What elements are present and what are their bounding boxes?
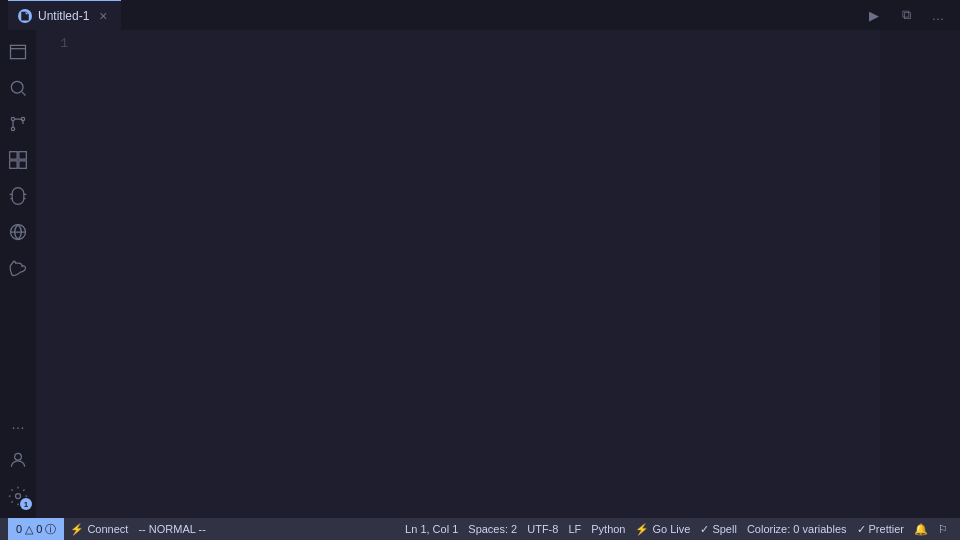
bell-icon: 🔔 (914, 523, 928, 536)
more-actions-button[interactable]: … (924, 4, 952, 26)
language-text: Python (591, 523, 625, 535)
eol-text: LF (568, 523, 581, 535)
status-left: 0 △ 0 ⓘ ⚡ Connect -- NORMAL -- (8, 518, 210, 540)
prettier-text: Prettier (869, 523, 904, 535)
svg-point-10 (16, 494, 21, 499)
activity-source-control[interactable] (0, 106, 36, 142)
spell-check-icon: ✓ (700, 523, 709, 536)
status-vim-mode[interactable]: -- NORMAL -- (134, 518, 209, 540)
svg-rect-7 (19, 161, 27, 169)
status-colorize[interactable]: Colorize: 0 variables (743, 518, 851, 540)
git-status: 0 △ 0 ⓘ (16, 522, 56, 537)
settings-badge: 1 (20, 498, 32, 510)
svg-rect-5 (19, 152, 27, 160)
encoding-text: UTF-8 (527, 523, 558, 535)
activity-more[interactable]: … (0, 406, 36, 442)
status-spaces[interactable]: Spaces: 2 (464, 518, 521, 540)
vim-mode-text: -- NORMAL -- (138, 523, 205, 535)
tab-label: Untitled-1 (38, 9, 89, 23)
status-position[interactable]: Ln 1, Col 1 (401, 518, 462, 540)
tab-file-icon (18, 9, 32, 23)
position-text: Ln 1, Col 1 (405, 523, 458, 535)
status-encoding[interactable]: UTF-8 (523, 518, 562, 540)
svg-rect-6 (10, 161, 18, 169)
activity-accounts[interactable] (0, 442, 36, 478)
colorize-text: Colorize: 0 variables (747, 523, 847, 535)
activity-debug[interactable] (0, 178, 36, 214)
status-prettier[interactable]: ✓ Prettier (853, 518, 908, 540)
line-number-1: 1 (36, 34, 68, 54)
status-bell[interactable]: 🔔 (910, 518, 932, 540)
notification-icon: ⚐ (938, 523, 948, 536)
run-button[interactable]: ▶ (860, 4, 888, 26)
title-bar-actions: ▶ ⧉ … (860, 4, 952, 26)
activity-bar: … 1 (0, 30, 36, 518)
activity-search[interactable] (0, 70, 36, 106)
spell-text: Spell (712, 523, 736, 535)
status-notifications[interactable]: ⚐ (934, 518, 952, 540)
editor-code[interactable] (76, 30, 880, 518)
tab-close-button[interactable]: × (95, 8, 111, 24)
activity-explorer[interactable] (0, 34, 36, 70)
prettier-check-icon: ✓ (857, 523, 866, 536)
split-editor-button[interactable]: ⧉ (892, 4, 920, 26)
status-spell[interactable]: ✓ Spell (696, 518, 740, 540)
go-live-text: Go Live (652, 523, 690, 535)
spaces-text: Spaces: 2 (468, 523, 517, 535)
status-language[interactable]: Python (587, 518, 629, 540)
connect-label: ⚡ (70, 523, 84, 536)
activity-remote[interactable] (0, 214, 36, 250)
editor-content: 1 (36, 30, 960, 518)
status-eol[interactable]: LF (564, 518, 585, 540)
svg-point-2 (11, 127, 14, 130)
activity-settings[interactable]: 1 (0, 478, 36, 514)
status-right: Ln 1, Col 1 Spaces: 2 UTF-8 LF Python ⚡ … (401, 518, 952, 540)
line-numbers: 1 (36, 30, 76, 518)
status-connect[interactable]: ⚡ Connect (66, 518, 132, 540)
title-bar: Untitled-1 × ▶ ⧉ … (0, 0, 960, 30)
editor-area: 1 (36, 30, 960, 518)
svg-rect-4 (10, 152, 18, 160)
svg-point-1 (11, 117, 14, 120)
go-live-icon: ⚡ (635, 523, 649, 536)
minimap (880, 30, 960, 518)
svg-point-0 (11, 81, 23, 93)
status-git[interactable]: 0 △ 0 ⓘ (8, 518, 64, 540)
activity-extensions[interactable] (0, 142, 36, 178)
activity-docker[interactable] (0, 250, 36, 286)
svg-point-9 (15, 453, 22, 460)
status-go-live[interactable]: ⚡ Go Live (631, 518, 694, 540)
status-bar: 0 △ 0 ⓘ ⚡ Connect -- NORMAL -- Ln 1, Col… (0, 518, 960, 540)
connect-text: Connect (87, 523, 128, 535)
main-layout: … 1 1 (0, 30, 960, 518)
editor-tab[interactable]: Untitled-1 × (8, 0, 121, 30)
